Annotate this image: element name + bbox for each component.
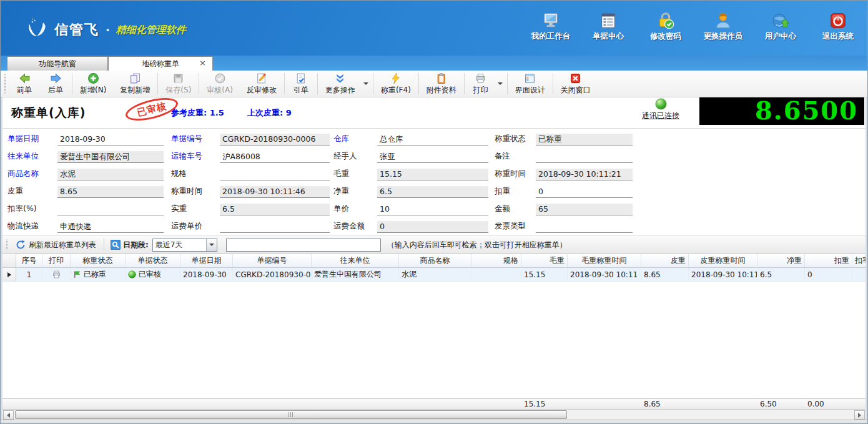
scrollbar-thumb[interactable] — [15, 410, 567, 419]
column-header-gross-time[interactable]: 毛重称重时间 — [568, 254, 641, 267]
switch-operator-button[interactable]: 更换操作员 — [703, 11, 744, 42]
close-window-button[interactable]: 关闭窗口 — [554, 71, 598, 97]
handler-field[interactable]: 张亚 — [377, 151, 488, 163]
column-header-weigh-status[interactable]: 称重状态 — [71, 254, 126, 267]
weigh-button[interactable]: 称重(F4) — [374, 71, 418, 97]
freight-amount-field[interactable]: 0 — [377, 221, 488, 233]
filter-bar: 刷新最近称重单列表 日期段: 最近7天 （输入内容后回车即可检索；双击可打开相应… — [2, 235, 866, 254]
weigh-status-field[interactable]: 已称重 — [536, 134, 633, 145]
cell-seq: 1 — [16, 268, 42, 281]
column-header-net[interactable]: 净重 — [757, 254, 805, 267]
column-header-doc-date[interactable]: 单据日期 — [180, 254, 233, 267]
product-field[interactable]: 水泥 — [57, 169, 164, 180]
connection-status[interactable]: 通讯已连接 — [634, 98, 687, 121]
copy-new-button[interactable]: 复制新增 — [113, 71, 157, 97]
field-label: 运费金额 — [333, 221, 377, 233]
tab-weighbridge-doc[interactable]: 地磅称重单 × — [108, 56, 213, 71]
date-range-select[interactable]: 最近7天 — [152, 239, 217, 252]
scroll-right-button[interactable] — [854, 410, 865, 420]
freight-price-field[interactable] — [220, 221, 330, 233]
toolbar-separator — [157, 73, 158, 94]
print-dropdown[interactable] — [496, 71, 506, 97]
tare-time-field[interactable]: 2018-09-30 10:11:46 — [220, 186, 330, 198]
audit-button[interactable]: 审核(A) — [200, 71, 240, 97]
column-header-deduct[interactable]: 扣重 — [805, 254, 852, 267]
close-tab-icon[interactable]: × — [199, 59, 206, 67]
column-header-tare-time[interactable]: 皮重称重时间 — [689, 254, 757, 267]
toolbar-grip[interactable] — [3, 74, 6, 93]
toolbar-separator — [464, 73, 465, 94]
add-new-button[interactable]: 新增(N) — [73, 71, 113, 97]
print-button[interactable]: 打印 — [465, 71, 496, 97]
tab-function-navigator[interactable]: 功能导航窗 — [7, 56, 108, 71]
net-weight-field[interactable]: 6.5 — [377, 186, 488, 198]
ui-design-button[interactable]: 界面设计 — [508, 71, 552, 97]
column-header-deduct-rate[interactable]: 扣率 — [852, 254, 866, 267]
field-label: 实重 — [171, 204, 220, 215]
table-row[interactable]: 1 已称重 已审核 2018-09-30 CGRK — [2, 268, 866, 282]
next-doc-button[interactable]: 后单 — [40, 71, 71, 97]
grid-summary-row: 15.15 8.65 6.50 0.00 — [2, 398, 866, 409]
field-label: 备注 — [495, 151, 536, 163]
pull-doc-button[interactable]: 引单 — [285, 71, 317, 97]
save-icon — [172, 72, 184, 84]
doc-title-row: 称重单(入库) 已审核 参考皮重: 1.5 上次皮重: 9 通讯已连接 8.65… — [2, 97, 866, 129]
amount-field[interactable]: 65 — [536, 204, 633, 215]
more-actions-dropdown[interactable] — [362, 71, 372, 97]
deduct-weight-field[interactable]: 0 — [536, 186, 633, 198]
column-header-partner[interactable]: 往来单位 — [312, 254, 399, 267]
invoice-type-field[interactable] — [536, 221, 633, 233]
scroll-left-button[interactable] — [3, 410, 14, 420]
column-header-seq[interactable]: 序号 — [16, 254, 42, 267]
prev-doc-button[interactable]: 前单 — [9, 71, 40, 97]
recent-docs-grid: 序号 打印 称重状态 单据状态 单据日期 单据编号 往来单位 商品名称 规格 毛… — [2, 254, 866, 398]
remark-field[interactable] — [536, 151, 633, 163]
column-header-doc-status[interactable]: 单据状态 — [126, 254, 180, 267]
my-workspace-button[interactable]: 我的工作台 — [530, 11, 571, 42]
doc-date-field[interactable]: 2018-09-30 — [57, 134, 164, 145]
actual-weight-field[interactable]: 6.5 — [220, 204, 330, 215]
attachments-button[interactable]: 附件资料 — [420, 71, 463, 97]
save-button[interactable]: 保存(S) — [159, 71, 198, 97]
column-header-tare[interactable]: 皮重 — [641, 254, 689, 267]
tare-weight-field[interactable]: 8.65 — [57, 186, 164, 198]
gross-weight-field[interactable]: 15.15 — [377, 169, 488, 180]
search-input[interactable] — [226, 239, 381, 252]
attachment-icon — [435, 72, 447, 84]
triangle-right-icon — [858, 413, 861, 418]
truck-no-field[interactable]: 沪A86008 — [220, 151, 330, 163]
column-header-gross[interactable]: 毛重 — [521, 254, 568, 267]
dropdown-button[interactable] — [206, 239, 217, 251]
field-label: 发票类型 — [495, 221, 536, 233]
chevron-down-icon — [498, 82, 503, 85]
gross-time-field[interactable]: 2018-09-30 10:11:21 — [536, 169, 633, 180]
document-center-button[interactable]: 单据中心 — [588, 11, 629, 42]
spec-field[interactable] — [220, 169, 330, 180]
column-header-spec[interactable]: 规格 — [471, 254, 521, 267]
column-header-product[interactable]: 商品名称 — [399, 254, 471, 267]
unit-price-field[interactable]: 10 — [377, 204, 488, 215]
horizontal-scrollbar[interactable] — [2, 409, 866, 420]
search-filter-icon — [111, 240, 121, 250]
date-range-label: 日期段: — [123, 240, 149, 250]
refresh-list-button[interactable]: 刷新最近称重单列表 — [11, 237, 101, 252]
unaudit-button[interactable]: 反审修改 — [240, 71, 284, 97]
app-window: 信管飞 · 精细化管理软件 我的工作台 — [0, 0, 868, 424]
toolbar-separator — [373, 73, 373, 94]
doc-no-field[interactable]: CGRKD-20180930-0006 — [220, 134, 330, 145]
exit-system-button[interactable]: 退出系统 — [817, 11, 859, 42]
cell-print[interactable] — [42, 268, 71, 281]
logistics-field[interactable]: 申通快递 — [57, 221, 164, 233]
user-center-button[interactable]: 用户中心 — [760, 11, 801, 42]
more-actions-button[interactable]: 更多操作 — [318, 71, 362, 97]
exit-system-icon — [829, 11, 847, 30]
partner-field[interactable]: 爱普生中国有限公司 — [57, 151, 164, 163]
deduct-rate-field[interactable] — [57, 204, 164, 215]
field-label: 称重时间 — [171, 186, 220, 198]
warehouse-field[interactable]: 总仓库 — [377, 134, 488, 145]
column-header-print[interactable]: 打印 — [42, 254, 71, 267]
filter-bar-grip[interactable] — [5, 239, 8, 250]
column-header-doc-no[interactable]: 单据编号 — [233, 254, 312, 267]
change-password-button[interactable]: 修改密码 — [645, 11, 686, 42]
nav-label: 用户中心 — [765, 31, 796, 42]
